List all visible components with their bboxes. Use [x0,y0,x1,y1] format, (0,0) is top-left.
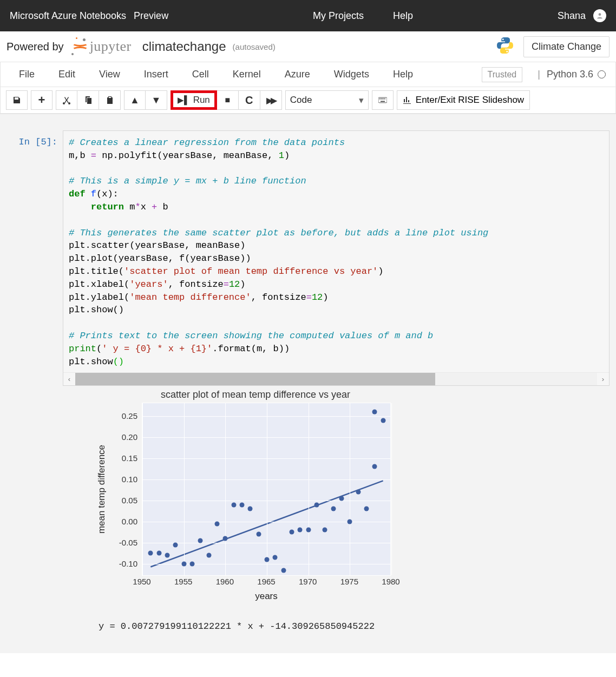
menu-insert[interactable]: Insert [132,64,180,84]
keyboard-icon [378,96,387,104]
edit-group [56,90,121,110]
code-cell[interactable]: In [5]: # Creates a linear regression fr… [6,130,610,386]
nav-my-projects[interactable]: My Projects [313,10,364,22]
preview-badge: Preview [134,10,168,22]
chart-point [181,561,186,566]
kernel-select-button[interactable]: Climate Change [523,36,610,57]
bar-chart-icon [403,96,411,104]
restart-run-all-button[interactable]: ▶▶ [260,90,282,110]
code-editor[interactable]: # Creates a linear regression from the d… [63,131,609,372]
menu-bar: File Edit View Insert Cell Kernel Azure … [0,62,616,87]
menu-file[interactable]: File [7,64,47,84]
chart-ylabel: mean temp difference [96,445,107,534]
chart-point [173,542,178,547]
restart-button[interactable]: C [239,90,260,110]
copy-button[interactable] [77,90,99,110]
chart-point [356,490,361,495]
save-icon [12,96,21,104]
chart-point [148,551,153,556]
svg-rect-6 [384,98,385,100]
trusted-indicator[interactable]: Trusted [482,67,523,82]
svg-rect-7 [381,101,385,102]
chart-point [314,502,319,507]
nav-help[interactable]: Help [393,10,413,22]
save-button[interactable] [6,90,28,110]
paste-button[interactable] [99,90,121,110]
product-name: Microsoft Azure Notebooks [10,10,126,22]
code-input[interactable]: # Creates a linear regression from the d… [63,130,610,386]
rise-slideshow-button[interactable]: Enter/Exit RISE Slideshow [397,90,530,110]
cut-button[interactable] [56,90,77,110]
svg-rect-3 [381,98,382,100]
chart-point [190,561,195,566]
chart-xlabel: years [142,591,391,602]
scrollbar-track[interactable] [75,373,597,385]
paste-icon [106,96,114,104]
chevron-down-icon: ▾ [359,95,364,106]
chart-point [298,528,303,533]
rise-label: Enter/Exit RISE Slideshow [416,95,524,106]
menu-edit[interactable]: Edit [47,64,87,84]
jupyter-icon [70,38,87,55]
chart-point [223,536,228,541]
chart-point [198,538,203,543]
notebook-area[interactable]: In [5]: # Creates a linear regression fr… [0,114,616,653]
chart-point [156,551,161,556]
menu-kernel[interactable]: Kernel [221,64,273,84]
menu-cell[interactable]: Cell [180,64,221,84]
kernel-status-icon [598,70,606,78]
move-group: ▲ ▼ [124,90,167,110]
scroll-left-arrow[interactable]: ‹ [63,375,75,383]
interrupt-button[interactable]: ■ [217,90,239,110]
jupyter-logo[interactable]: jupyter [70,38,132,55]
run-group: ▶▌ Run ■ C ▶▶ [171,90,282,110]
run-button[interactable]: ▶▌ Run [171,90,217,110]
chart-point [248,507,253,511]
chart-point [206,553,211,558]
menu-azure[interactable]: Azure [273,64,322,84]
user-avatar-icon[interactable] [593,9,606,22]
chart-point [290,530,294,535]
powered-by-label: Powered by [6,41,64,53]
scissors-icon [62,96,71,104]
chart-point [306,528,311,533]
input-prompt: In [5]: [6,130,63,147]
insert-cell-button[interactable]: + [31,90,53,110]
chart-point [273,555,278,560]
output-chart: scatter plot of mean temp difference vs … [99,389,391,602]
move-up-button[interactable]: ▲ [124,90,146,110]
svg-point-0 [599,13,601,16]
command-palette-button[interactable] [372,90,394,110]
scrollbar-thumb[interactable] [75,373,435,385]
azure-topbar: Microsoft Azure Notebooks Preview My Pro… [0,0,616,31]
chart-point [231,502,236,507]
horizontal-scrollbar[interactable]: ‹ › [63,372,609,385]
user-name[interactable]: Shana [558,10,586,22]
svg-rect-5 [383,98,384,100]
chart-point [240,502,245,507]
kernel-indicator[interactable]: | Python 3.6 [538,69,606,80]
chart-point [323,528,327,533]
chart-point [364,507,369,511]
svg-rect-1 [378,97,387,103]
cell-type-select[interactable]: Code ▾ [285,90,369,110]
menu-view[interactable]: View [87,64,132,84]
move-down-button[interactable]: ▼ [146,90,167,110]
chart-point [381,418,385,423]
chart-point [348,519,352,524]
chart-point [339,496,344,501]
menu-widgets[interactable]: Widgets [322,64,381,84]
menu-help[interactable]: Help [381,64,425,84]
autosave-status: (autosaved) [233,42,276,51]
svg-rect-4 [382,98,383,100]
run-icon: ▶▌ [178,95,190,105]
python-logo-icon [495,36,515,57]
jupyter-wordmark: jupyter [90,38,132,55]
notebook-header: Powered by jupyter climatechange (autosa… [0,31,616,62]
kernel-name-label: Python 3.6 [547,69,593,80]
chart-plot-area [142,403,391,576]
chart-point [265,557,270,562]
notebook-name[interactable]: climatechange [142,39,226,54]
toolbar: + ▲ ▼ ▶▌ Run ■ C ▶▶ Code ▾ Enter/Exit RI… [0,87,616,114]
scroll-right-arrow[interactable]: › [597,375,609,383]
